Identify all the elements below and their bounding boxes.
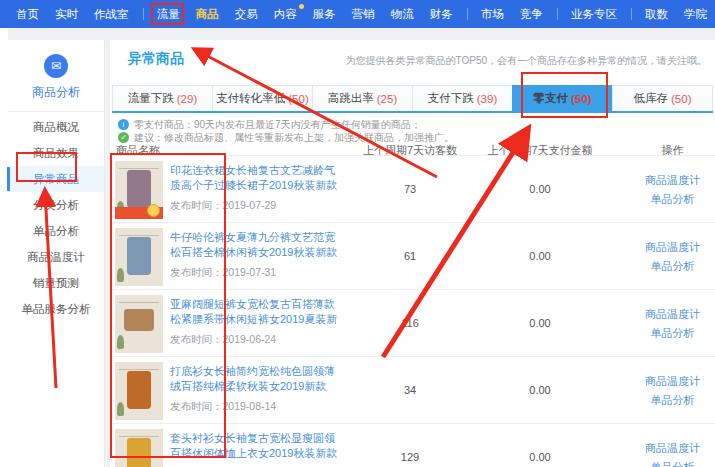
single-item-analysis-link[interactable]: 单品分析 (630, 190, 715, 209)
sidebar-item-goods-thermometer[interactable]: 商品温度计 (8, 244, 104, 270)
nav-item-competition[interactable]: 竞争 (512, 0, 551, 28)
nav-item-service[interactable]: 服务 (305, 0, 344, 28)
nav-item-business-zone[interactable]: 业务专区 (563, 0, 625, 28)
product-image[interactable] (115, 161, 163, 219)
goods-thermometer-link[interactable]: 商品温度计 (630, 238, 715, 257)
clothing-shape (127, 371, 151, 409)
table-row: 套头衬衫女长袖复古宽松显瘦圆领百搭休闲体恤上衣女2019秋装新款 发布时间：20… (110, 423, 715, 467)
product-image[interactable] (115, 228, 163, 286)
publish-date: 发布时间：2019-08-14 (170, 400, 276, 414)
product-image[interactable] (115, 429, 163, 467)
nav-item-home[interactable]: 首页 (8, 0, 47, 28)
payment-amount: 0.00 (480, 451, 600, 463)
row-actions: 商品温度计 单品分析 (630, 439, 715, 467)
sidebar-item-category-analysis[interactable]: 分类分析 (8, 192, 104, 218)
product-title-link[interactable]: 牛仔哈伦裤女夏薄九分裤文艺范宽松百搭全棉休闲裤女2019秋装新款 (170, 230, 342, 260)
nav-item-marketing[interactable]: 营销 (344, 0, 383, 28)
goods-thermometer-link[interactable]: 商品温度计 (630, 372, 715, 391)
tab-payment-drop[interactable]: 支付下跌 (39) (412, 85, 512, 111)
goods-thermometer-link[interactable]: 商品温度计 (630, 439, 715, 458)
sidebar: ✉ 商品分析 商品概况 商品效果 异常商品 分类分析 单品分析 商品温度计 销量… (8, 40, 105, 467)
app-window: 首页 实时 作战室 流量 商品 交易 内容 服务 营销 物流 财务 市场 竞争 … (0, 0, 715, 467)
table-row: 印花连衣裙女长袖复古文艺减龄气质高个子过膝长裙子2019秋装新款 发布时间：20… (110, 155, 715, 222)
clothing-shape (127, 170, 151, 208)
visitor-count: 34 (340, 384, 480, 396)
nav-item-logistics[interactable]: 物流 (383, 0, 422, 28)
plant-decor (117, 402, 124, 416)
plant-decor (117, 268, 124, 282)
goods-thermometer-link[interactable]: 商品温度计 (630, 171, 715, 190)
top-nav: 首页 实时 作战室 流量 商品 交易 内容 服务 营销 物流 财务 市场 竞争 … (0, 0, 715, 28)
tab-high-bounce[interactable]: 高跳出率 (25) (312, 85, 412, 111)
product-title-link[interactable]: 套头衬衫女长袖复古宽松显瘦圆领百搭休闲体恤上衣女2019秋装新款 (170, 431, 342, 461)
sidebar-item-sales-forecast[interactable]: 销量预测 (8, 270, 104, 296)
product-title-link[interactable]: 亚麻阔腿短裤女宽松复古百搭薄款松紧腰系带休闲短裤女2019夏装新 (170, 297, 342, 327)
single-item-analysis-link[interactable]: 单品分析 (630, 324, 715, 343)
table-row: 牛仔哈伦裤女夏薄九分裤文艺范宽松百搭全棉休闲裤女2019秋装新款 发布时间：20… (110, 222, 715, 289)
single-item-analysis-link[interactable]: 单品分析 (630, 391, 715, 410)
sidebar-title: 商品分析 (8, 84, 104, 111)
payment-amount: 0.00 (480, 183, 600, 195)
notification-badge (299, 4, 304, 9)
hanger-rod (119, 235, 159, 236)
publish-date: 发布时间：2019-06-24 (170, 333, 276, 347)
tab-low-conversion[interactable]: 支付转化率低 (50) (212, 85, 312, 111)
tab-traffic-drop[interactable]: 流量下跌 (29) (112, 85, 212, 111)
hanger-rod (119, 302, 159, 303)
clothing-shape (127, 438, 151, 467)
tab-low-stock[interactable]: 低库存 (50) (612, 85, 713, 111)
sidebar-item-single-item-analysis[interactable]: 单品分析 (8, 218, 104, 244)
product-title-link[interactable]: 打底衫女长袖简约宽松纯色圆领薄绒百搭纯棉柔软秋装女2019新款 (170, 364, 342, 394)
publish-date: 发布时间：2019-07-31 (170, 266, 276, 280)
single-item-analysis-link[interactable]: 单品分析 (630, 458, 715, 467)
nav-item-content[interactable]: 内容 (266, 0, 305, 28)
nav-item-traffic[interactable]: 流量 (149, 0, 188, 28)
product-image[interactable] (115, 362, 163, 420)
hanger-rod (119, 436, 159, 437)
nav-item-academy[interactable]: 学院 (676, 0, 715, 28)
product-image[interactable] (115, 295, 163, 353)
payment-amount: 0.00 (480, 317, 600, 329)
tab-label: 高跳出率 (328, 91, 374, 106)
product-title-link[interactable]: 印花连衣裙女长袖复古文艺减龄气质高个子过膝长裙子2019秋装新款 (170, 163, 342, 193)
tab-label: 低库存 (634, 91, 669, 106)
nav-item-goods[interactable]: 商品 (188, 0, 227, 28)
tab-label: 支付下跌 (428, 91, 474, 106)
goods-thermometer-link[interactable]: 商品温度计 (630, 305, 715, 324)
active-indicator (7, 167, 10, 191)
nav-item-data-fetch[interactable]: 取数 (637, 0, 676, 28)
hint-block: i 零支付商品：90天内发布且最近7天内没有产生任何销量的商品； ✓ 建议：修改… (118, 118, 454, 144)
hanger-rod (119, 168, 159, 169)
tab-count: (50) (571, 93, 591, 105)
row-actions: 商品温度计 单品分析 (630, 238, 715, 276)
publish-date: 发布时间：2019-07-29 (170, 199, 276, 213)
tab-bar: 流量下跌 (29) 支付转化率低 (50) 高跳出率 (25) 支付下跌 (39… (112, 85, 713, 113)
nav-item-market[interactable]: 市场 (473, 0, 512, 28)
tab-count: (50) (671, 93, 691, 105)
hanger-rod (119, 369, 159, 370)
sidebar-item-abnormal-goods[interactable]: 异常商品 (8, 166, 104, 192)
hint-text: 零支付商品：90天内发布且最近7天内没有产生任何销量的商品； (134, 118, 421, 131)
sidebar-item-goods-effect[interactable]: 商品效果 (8, 140, 104, 166)
clothing-shape (124, 309, 154, 331)
sidebar-item-single-item-service[interactable]: 单品服务分析 (8, 296, 104, 322)
tab-count: (25) (377, 93, 397, 105)
check-icon: ✓ (118, 132, 129, 143)
main-panel: 异常商品 为您提供各类异常商品的TOP50，会有一个商品存在多种异常的情况，请关… (110, 40, 715, 467)
tab-zero-payment[interactable]: 零支付 (50) (512, 85, 612, 111)
divider (8, 111, 104, 112)
single-item-analysis-link[interactable]: 单品分析 (630, 257, 715, 276)
table-body: 印花连衣裙女长袖复古文艺减龄气质高个子过膝长裙子2019秋装新款 发布时间：20… (110, 155, 715, 467)
page-note: 为您提供各类异常商品的TOP50，会有一个商品存在多种异常的情况，请关注哦。 (346, 54, 708, 68)
nav-item-warroom[interactable]: 作战室 (86, 0, 137, 28)
hint-definition: i 零支付商品：90天内发布且最近7天内没有产生任何销量的商品； (118, 118, 454, 131)
sidebar-item-goods-overview[interactable]: 商品概况 (8, 114, 104, 140)
info-icon: i (118, 119, 129, 130)
tab-count: (50) (288, 93, 308, 105)
nav-item-trade[interactable]: 交易 (227, 0, 266, 28)
visitor-count: 73 (340, 183, 480, 195)
tab-label: 支付转化率低 (216, 91, 285, 106)
sidebar-header: ✉ 商品分析 (8, 40, 104, 111)
nav-item-realtime[interactable]: 实时 (47, 0, 86, 28)
nav-item-finance[interactable]: 财务 (422, 0, 461, 28)
